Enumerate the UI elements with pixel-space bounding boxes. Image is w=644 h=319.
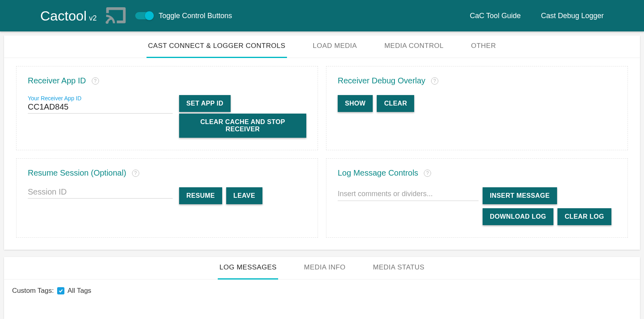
resume-button[interactable]: Resume: [179, 187, 222, 204]
custom-tags-row: Custom Tags: All Tags: [4, 280, 640, 319]
card-title-log-controls: Log Message Controls: [338, 168, 418, 178]
help-icon[interactable]: ?: [132, 170, 139, 177]
card-title-receiver-app-id: Receiver App ID: [28, 76, 86, 85]
tab-log-messages[interactable]: Log Messages: [218, 257, 278, 280]
link-cast-debug-logger[interactable]: Cast Debug Logger: [541, 12, 604, 20]
receiver-app-id-field: Your Receiver App ID: [28, 95, 173, 114]
log-panel: Log Messages Media Info Media Status Cus…: [4, 257, 640, 319]
set-app-id-button[interactable]: Set App ID: [179, 95, 231, 112]
log-message-input[interactable]: [338, 187, 479, 201]
link-cac-tool-guide[interactable]: CaC Tool Guide: [470, 12, 521, 20]
card-receiver-app-id: Receiver App ID ? Your Receiver App ID S…: [16, 66, 318, 150]
all-tags-checkbox[interactable]: [57, 287, 64, 294]
cast-icon[interactable]: [105, 7, 127, 25]
card-title-resume-session: Resume Session (Optional): [28, 168, 126, 178]
card-resume-session: Resume Session (Optional) ? Resume Leave: [16, 158, 318, 238]
main-tabs: Cast Connect & Logger Controls Load Medi…: [4, 35, 640, 58]
custom-tags-label: Custom Tags:: [12, 287, 54, 295]
clear-cache-stop-receiver-button[interactable]: Clear Cache and Stop Receiver: [179, 114, 306, 138]
app-title: Cactool v2: [40, 8, 97, 24]
card-receiver-debug-overlay: Receiver Debug Overlay ? Show Clear: [326, 66, 628, 150]
toggle-control-buttons-label: Toggle Control Buttons: [159, 12, 232, 20]
tab-media-control[interactable]: Media Control: [383, 35, 445, 58]
session-id-input[interactable]: [28, 187, 173, 197]
main-panel: Cast Connect & Logger Controls Load Medi…: [4, 35, 640, 250]
svg-point-0: [106, 21, 109, 24]
receiver-app-id-label: Your Receiver App ID: [28, 95, 173, 102]
leave-button[interactable]: Leave: [226, 187, 262, 204]
toggle-control-buttons: Toggle Control Buttons: [135, 12, 232, 20]
card-log-message-controls: Log Message Controls ? Insert Message Do…: [326, 158, 628, 238]
tab-media-info[interactable]: Media Info: [302, 257, 347, 280]
tab-media-status[interactable]: Media Status: [372, 257, 426, 280]
tab-other[interactable]: Other: [469, 35, 497, 58]
clear-log-button[interactable]: Clear Log: [557, 208, 611, 225]
receiver-app-id-input[interactable]: [28, 102, 173, 112]
tab-cast-connect[interactable]: Cast Connect & Logger Controls: [147, 35, 287, 58]
all-tags-label: All Tags: [68, 287, 91, 295]
clear-overlay-button[interactable]: Clear: [377, 95, 414, 112]
insert-message-button[interactable]: Insert Message: [483, 187, 557, 204]
download-log-button[interactable]: Download Log: [483, 208, 553, 225]
help-icon[interactable]: ?: [431, 77, 438, 85]
log-tabs: Log Messages Media Info Media Status: [4, 257, 640, 280]
show-overlay-button[interactable]: Show: [338, 95, 373, 112]
toggle-control-buttons-switch[interactable]: [135, 12, 153, 19]
help-icon[interactable]: ?: [92, 77, 99, 85]
app-version: v2: [89, 14, 97, 23]
help-icon[interactable]: ?: [424, 170, 431, 177]
app-header: Cactool v2 Toggle Control Buttons CaC To…: [0, 0, 644, 31]
app-name: Cactool: [40, 8, 87, 24]
card-title-debug-overlay: Receiver Debug Overlay: [338, 76, 425, 85]
tab-load-media[interactable]: Load Media: [311, 35, 359, 58]
